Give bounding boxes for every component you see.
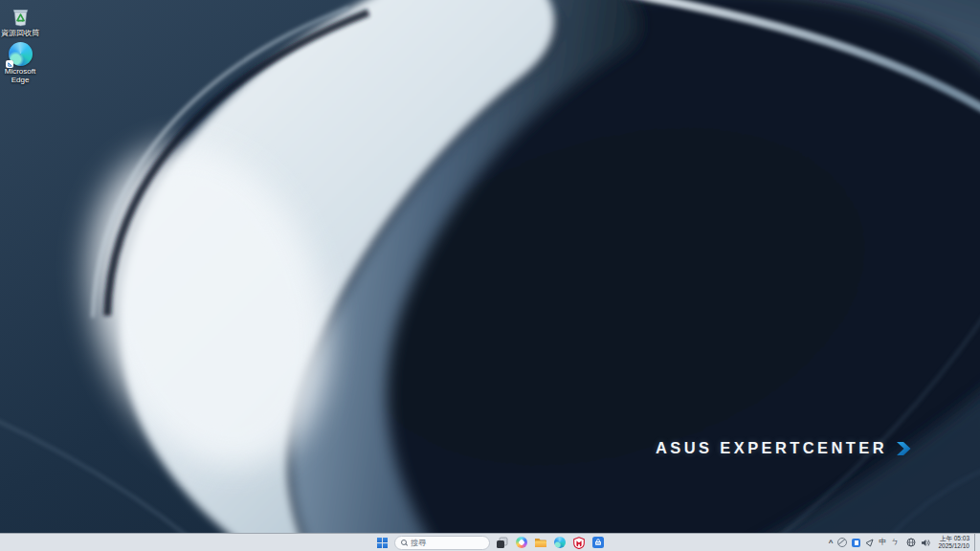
- mcafee-shield-icon: [573, 537, 585, 549]
- search-icon: [401, 540, 408, 546]
- show-desktop-button[interactable]: [974, 534, 979, 551]
- network-globe-icon[interactable]: [906, 538, 916, 547]
- tray-cursor-arrow-icon[interactable]: [865, 539, 874, 547]
- file-explorer-icon: [534, 537, 546, 548]
- clock-date: 2025/12/10: [938, 542, 969, 550]
- logo-chevron-icon: [896, 441, 911, 456]
- file-explorer-button[interactable]: [533, 536, 547, 550]
- system-tray: ^ 中 ㄅ 上午 05:03 2025/12/10: [829, 534, 980, 551]
- desktop-icon-microsoft-edge[interactable]: Microsoft Edge: [0, 41, 42, 84]
- shortcut-arrow-badge: [6, 60, 13, 68]
- ime-chinese-mode-indicator[interactable]: 中: [879, 539, 886, 546]
- microsoft-store-button[interactable]: [590, 536, 605, 550]
- taskbar-center-cluster: [375, 534, 605, 551]
- taskbar: ^ 中 ㄅ 上午 05:03 2025/12/10: [0, 533, 980, 551]
- copilot-icon: [516, 537, 527, 548]
- copilot-button[interactable]: [514, 536, 528, 550]
- edge-taskbar-button[interactable]: [552, 536, 567, 550]
- tray-blue-document-icon[interactable]: [852, 539, 860, 547]
- logo-text: ASUS EXPERTCENTER: [656, 439, 887, 457]
- tray-swirl-icon[interactable]: [837, 538, 847, 547]
- edge-icon: [554, 537, 566, 548]
- desktop: ASUS EXPERTCENTER 資源回收筒: [0, 0, 980, 551]
- clock-time: 上午 05:03: [938, 535, 969, 542]
- microsoft-store-icon: [592, 537, 604, 548]
- wallpaper-image: [0, 0, 980, 551]
- start-button[interactable]: [375, 536, 390, 550]
- task-view-button[interactable]: [495, 536, 509, 550]
- search-input[interactable]: [411, 539, 468, 547]
- windows-logo-icon: [377, 538, 388, 548]
- edge-label: Microsoft Edge: [5, 67, 35, 84]
- asus-expertcenter-logo: ASUS EXPERTCENTER: [656, 439, 911, 457]
- task-view-icon: [496, 537, 508, 549]
- ime-bopomofo-indicator[interactable]: ㄅ: [891, 539, 899, 546]
- hidden-icons-chevron-icon[interactable]: ^: [829, 540, 834, 547]
- recycle-bin-icon: [9, 4, 33, 28]
- clock[interactable]: 上午 05:03 2025/12/10: [938, 535, 969, 550]
- mcafee-button[interactable]: [571, 536, 586, 550]
- taskbar-search[interactable]: [394, 536, 490, 550]
- desktop-icon-recycle-bin[interactable]: 資源回收筒: [0, 3, 42, 37]
- volume-icon[interactable]: [921, 539, 930, 547]
- recycle-bin-label: 資源回收筒: [1, 29, 39, 37]
